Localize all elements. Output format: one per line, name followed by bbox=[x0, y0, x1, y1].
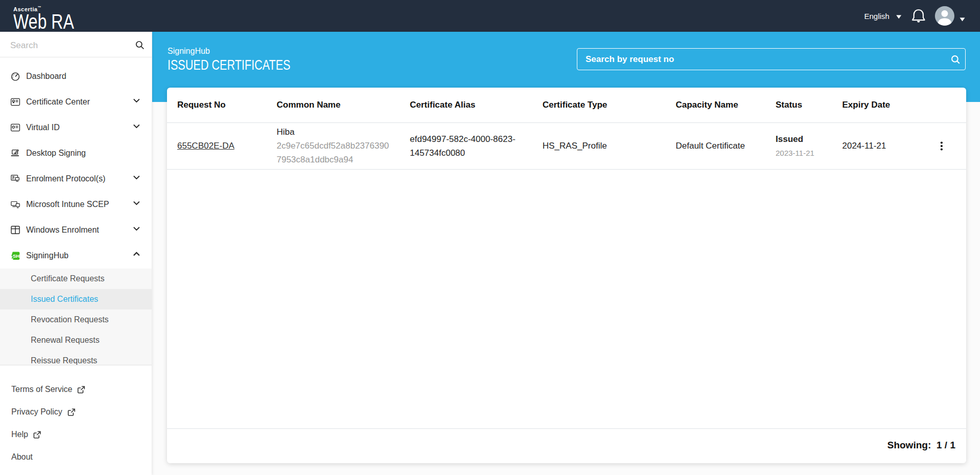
svg-text:SH: SH bbox=[13, 253, 20, 259]
